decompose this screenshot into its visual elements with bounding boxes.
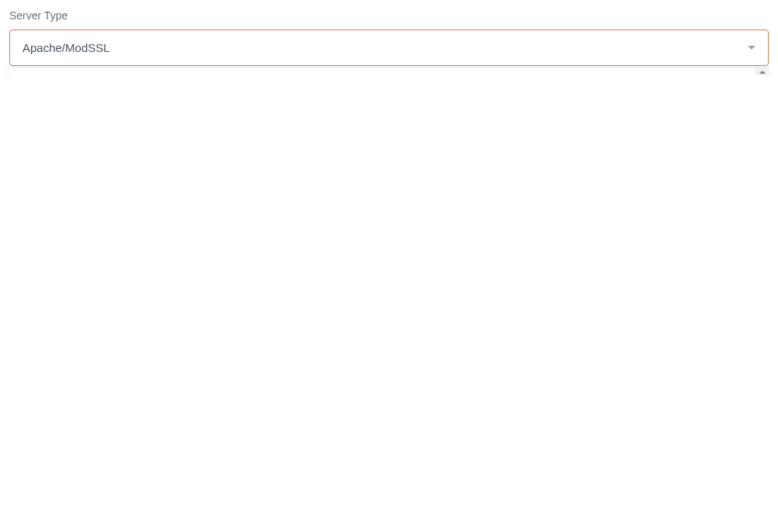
scrollbar[interactable] (756, 67, 769, 75)
server-type-select-container: Apache/ModSSL Please choose one...AOLApa… (9, 29, 769, 66)
chevron-down-icon (748, 46, 756, 50)
dropdown-option[interactable]: Please choose one... (9, 67, 756, 75)
server-type-select[interactable]: Apache/ModSSL (9, 29, 769, 66)
server-type-dropdown-list: Please choose one...AOLApache/ModSSLApac… (9, 67, 756, 75)
server-type-selected-value: Apache/ModSSL (22, 41, 110, 54)
server-type-dropdown: Please choose one...AOLApache/ModSSLApac… (9, 67, 769, 75)
scrollbar-up-icon[interactable] (759, 71, 766, 74)
server-type-label: Server Type (9, 9, 769, 22)
